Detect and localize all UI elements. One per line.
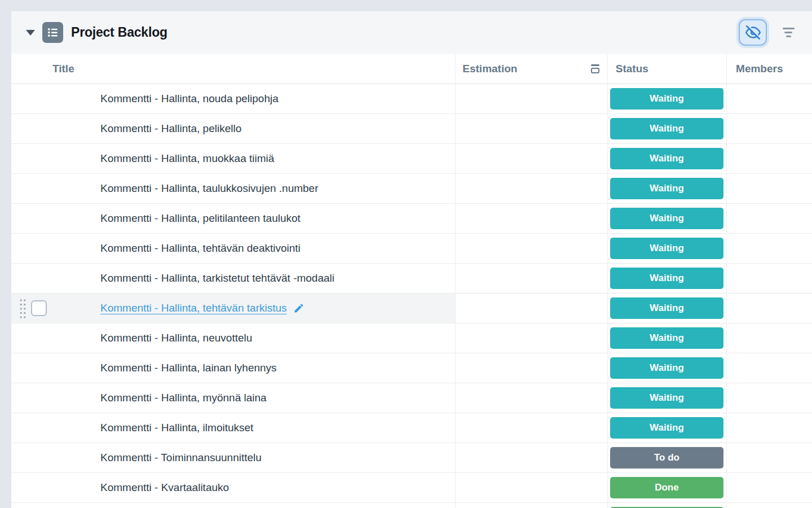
status-cell: To do	[607, 443, 727, 472]
table-row[interactable]: Kommentti - Hallinta, tehtävän deaktivoi…	[11, 234, 812, 264]
task-title[interactable]: Kommentti - Hallinta, tarkistetut tehtäv…	[100, 272, 334, 284]
members-cell[interactable]	[726, 473, 812, 502]
drag-handle-icon[interactable]	[19, 297, 27, 319]
members-cell[interactable]	[726, 503, 812, 508]
status-badge[interactable]: Waiting	[610, 357, 724, 379]
estimation-cell[interactable]	[455, 383, 607, 413]
estimation-cell[interactable]	[455, 294, 607, 323]
status-cell: Waiting	[607, 204, 727, 233]
estimation-cell[interactable]	[455, 323, 607, 353]
row-checkbox[interactable]	[31, 300, 47, 316]
status-badge[interactable]: Waiting	[610, 387, 724, 409]
title-cell: Kommentti - Hallinta, taulukkosivujen .n…	[11, 174, 455, 203]
status-badge[interactable]: Waiting	[610, 327, 724, 349]
edit-icon[interactable]	[293, 303, 304, 314]
members-cell[interactable]	[726, 383, 812, 413]
panel-header: Project Backlog	[11, 11, 812, 54]
estimation-cell[interactable]	[455, 353, 607, 383]
status-badge[interactable]: Waiting	[610, 417, 724, 439]
members-cell[interactable]	[726, 234, 812, 263]
task-title[interactable]: Kommentti - Hallinta, tehtävän deaktivoi…	[100, 242, 301, 255]
row-list: Kommentti - Hallinta, nouda pelipohja Wa…	[11, 84, 812, 508]
hide-items-button[interactable]	[739, 19, 767, 46]
members-cell[interactable]	[726, 174, 812, 203]
table-row[interactable]: Kommentti - Hallinta, tehtävän tarkistus…	[11, 294, 812, 323]
estimation-cell[interactable]	[455, 264, 607, 293]
status-cell: Waiting	[607, 264, 727, 293]
estimation-cell[interactable]	[455, 503, 607, 508]
estimation-cell[interactable]	[455, 234, 607, 263]
task-title[interactable]: Kommentti - Hallinta, ilmoitukset	[100, 422, 253, 434]
status-cell: Waiting	[607, 144, 727, 173]
task-title[interactable]: Kommentti - Hallinta, tehtävän tarkistus	[100, 302, 287, 314]
table-row[interactable]: Kommentti - Hallinta, tarkistetut tehtäv…	[11, 264, 812, 294]
table-row[interactable]: Kommentti - Toiminnansuunnittelu To do	[11, 443, 812, 473]
task-title[interactable]: Kommentti - Hallinta, neuvottelu	[100, 332, 252, 344]
table-row[interactable]: Kommentti - Hallinta, muokkaa tiimiä Wai…	[11, 144, 812, 174]
status-badge[interactable]: Waiting	[610, 208, 724, 229]
collapse-estimation-icon[interactable]	[591, 64, 599, 73]
status-badge[interactable]: Waiting	[610, 148, 724, 169]
title-cell: Kommentti - Hallinta, ilmoitukset	[11, 413, 455, 443]
table-row[interactable]: Kommentti - Kvartaalitauko Done	[11, 473, 812, 503]
table-row[interactable]: Kommentti - Hallinta, taulukkosivujen .n…	[11, 174, 812, 204]
filter-button[interactable]	[777, 21, 800, 44]
task-title[interactable]: Kommentti - Hallinta, lainan lyhennys	[100, 362, 277, 374]
estimation-cell[interactable]	[455, 413, 607, 443]
table-row[interactable]: Kommentti - Hallinta, lainan lyhennys Wa…	[11, 353, 812, 383]
title-cell: Kommentti - Hallinta, tehtävän deaktivoi…	[11, 234, 455, 263]
members-cell[interactable]	[726, 353, 812, 383]
members-cell[interactable]	[726, 84, 812, 113]
table-row[interactable]: Kommentti - Hallinta, pelitilanteen taul…	[11, 204, 812, 234]
table-row[interactable]: Kommentti - Hallinta, myönnä laina Waiti…	[11, 383, 812, 413]
task-title[interactable]: Kommentti - Toiminnansuunnittelu	[100, 452, 262, 464]
task-title[interactable]: Kommentti - Hallinta, myönnä laina	[100, 392, 267, 404]
panel-title: Project Backlog	[71, 25, 167, 40]
estimation-cell[interactable]	[455, 174, 607, 203]
task-title[interactable]: Kommentti - Hallinta, pelikello	[100, 122, 241, 135]
table-row[interactable]: Done	[11, 503, 812, 508]
status-cell: Waiting	[607, 84, 727, 113]
title-cell: Kommentti - Kvartaalitauko	[11, 473, 455, 502]
panel-actions	[739, 19, 804, 46]
members-cell[interactable]	[726, 264, 812, 293]
estimation-cell[interactable]	[455, 84, 607, 113]
status-badge[interactable]: Waiting	[610, 88, 724, 110]
filter-icon	[783, 28, 795, 29]
members-cell[interactable]	[726, 323, 812, 353]
members-cell[interactable]	[726, 294, 812, 323]
table-row[interactable]: Kommentti - Hallinta, nouda pelipohja Wa…	[11, 84, 812, 114]
task-title[interactable]: Kommentti - Hallinta, taulukkosivujen .n…	[100, 182, 319, 195]
collapse-caret-icon[interactable]	[26, 30, 35, 36]
status-badge[interactable]: Waiting	[610, 268, 724, 289]
title-cell: Kommentti - Hallinta, nouda pelipohja	[11, 84, 455, 113]
task-title[interactable]: Kommentti - Hallinta, pelitilanteen taul…	[100, 212, 301, 225]
members-cell[interactable]	[726, 144, 812, 173]
estimation-cell[interactable]	[455, 473, 607, 502]
estimation-cell[interactable]	[455, 204, 607, 233]
task-title[interactable]: Kommentti - Hallinta, nouda pelipohja	[100, 93, 279, 105]
members-cell[interactable]	[726, 204, 812, 233]
estimation-cell[interactable]	[455, 443, 607, 472]
status-cell: Waiting	[607, 114, 727, 143]
members-cell[interactable]	[726, 443, 812, 472]
status-cell: Done	[607, 503, 727, 508]
task-title[interactable]: Kommentti - Hallinta, muokkaa tiimiä	[100, 152, 274, 165]
members-cell[interactable]	[726, 413, 812, 443]
table-row[interactable]: Kommentti - Hallinta, ilmoitukset Waitin…	[11, 413, 812, 443]
estimation-cell[interactable]	[455, 114, 607, 143]
title-cell	[11, 503, 455, 508]
status-badge[interactable]: Done	[610, 477, 724, 498]
row-tools	[19, 294, 47, 323]
members-cell[interactable]	[726, 114, 812, 143]
status-badge[interactable]: Waiting	[610, 178, 724, 199]
status-badge[interactable]: Waiting	[610, 297, 724, 319]
status-badge[interactable]: Waiting	[610, 238, 724, 259]
status-badge[interactable]: To do	[610, 447, 724, 468]
eye-off-icon	[745, 25, 761, 40]
task-title[interactable]: Kommentti - Kvartaalitauko	[100, 481, 229, 494]
estimation-cell[interactable]	[455, 144, 607, 173]
status-badge[interactable]: Waiting	[610, 118, 724, 139]
table-row[interactable]: Kommentti - Hallinta, neuvottelu Waiting	[11, 323, 812, 353]
table-row[interactable]: Kommentti - Hallinta, pelikello Waiting	[11, 114, 812, 144]
